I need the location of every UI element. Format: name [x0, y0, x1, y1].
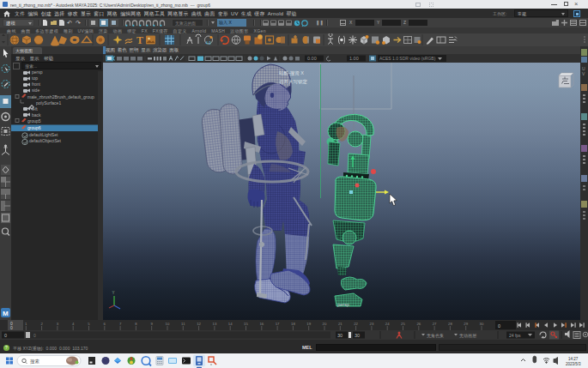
svg-text:17: 17: [276, 322, 280, 326]
svg-text:M: M: [3, 310, 9, 317]
svg-text:30: 30: [337, 333, 342, 338]
svg-text:24 fps: 24 fps: [509, 333, 521, 338]
svg-text:0: 0: [33, 333, 36, 338]
svg-text:14: 14: [228, 322, 233, 326]
svg-text:0: 0: [498, 323, 500, 329]
svg-text:24: 24: [385, 322, 390, 326]
svg-text:6: 6: [104, 322, 106, 326]
svg-text:21: 21: [338, 322, 342, 326]
svg-text:2: 2: [40, 322, 43, 326]
svg-text:7: 7: [119, 322, 122, 326]
svg-text:无动画层: 无动画层: [459, 333, 476, 339]
svg-text:15: 15: [244, 322, 248, 326]
svg-text:19: 19: [306, 322, 311, 326]
svg-text:13: 13: [213, 322, 217, 326]
svg-text:ACES 1.0 SDR video (sRGB): ACES 1.0 SDR video (sRGB): [379, 56, 436, 61]
svg-text:0: 0: [4, 333, 7, 338]
svg-text:22: 22: [354, 322, 358, 326]
svg-text:1: 1: [25, 322, 27, 326]
svg-text:2023/5/3: 2023/5/3: [566, 362, 581, 366]
svg-text:3: 3: [57, 322, 59, 326]
svg-text:27: 27: [433, 322, 437, 326]
svg-text:8: 8: [135, 322, 137, 326]
svg-text:T: T: [136, 34, 143, 46]
svg-text:站酷-搜贤 X: 站酷-搜贤 X: [278, 70, 304, 76]
svg-text:12: 12: [197, 322, 201, 326]
svg-text:1.00: 1.00: [349, 56, 359, 61]
svg-text:0.00: 0.00: [307, 56, 317, 61]
svg-text:4: 4: [72, 322, 75, 326]
svg-text:14:27: 14:27: [568, 357, 579, 361]
svg-text:18: 18: [291, 322, 295, 326]
svg-text:30: 30: [355, 333, 360, 338]
svg-text:25: 25: [401, 322, 405, 326]
svg-text:Y: Y: [112, 291, 115, 295]
svg-text:persp: persp: [337, 302, 349, 307]
svg-text:29: 29: [464, 322, 468, 326]
svg-text:10: 10: [166, 322, 170, 326]
svg-text:搜索: 搜索: [30, 359, 39, 365]
svg-text:11: 11: [181, 322, 185, 326]
svg-text:5: 5: [88, 322, 90, 326]
svg-text:20: 20: [323, 322, 327, 326]
svg-text:V: V: [582, 71, 585, 76]
svg-text:召开大写锁定: 召开大写锁定: [279, 79, 308, 85]
svg-text:26: 26: [416, 322, 421, 326]
svg-text:16: 16: [259, 322, 264, 326]
svg-text:30: 30: [480, 322, 484, 326]
svg-text:23: 23: [370, 322, 374, 326]
svg-text:无角色集: 无角色集: [427, 333, 444, 339]
svg-text:9: 9: [151, 322, 154, 326]
svg-text:4.0: 4.0: [206, 41, 212, 45]
svg-text:28: 28: [448, 322, 452, 326]
